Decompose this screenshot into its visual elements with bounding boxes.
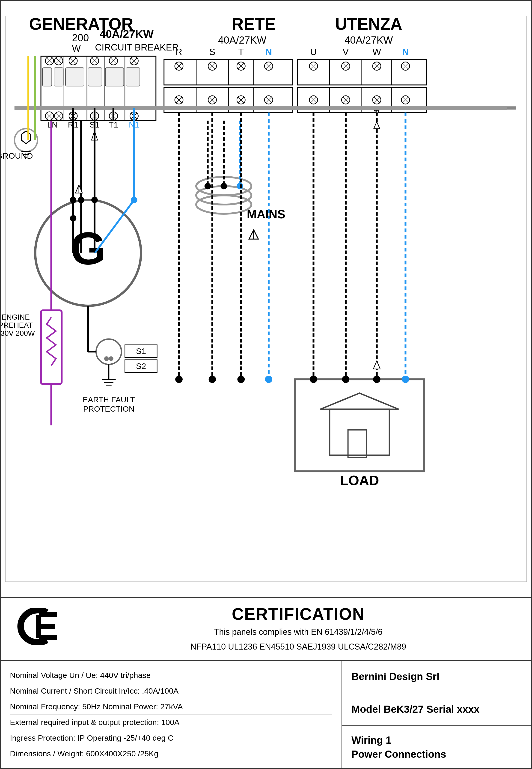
svg-point-200 bbox=[373, 376, 380, 383]
svg-text:W: W bbox=[372, 47, 381, 57]
svg-text:200: 200 bbox=[72, 32, 89, 43]
ce-mark bbox=[15, 608, 61, 650]
svg-marker-191 bbox=[374, 122, 380, 129]
certification-text: CERTIFICATION This panels complies with … bbox=[79, 605, 517, 653]
svg-text:40A/27KW: 40A/27KW bbox=[218, 34, 266, 46]
model-block: Model BeK3/27 Serial xxxx bbox=[342, 693, 531, 726]
ingress-info: Ingress Protection: IP Operating -25/+40… bbox=[10, 730, 332, 746]
svg-text:S2: S2 bbox=[136, 362, 146, 371]
svg-text:GROUND: GROUND bbox=[1, 151, 33, 160]
model-number: Model BeK3/27 Serial xxxx bbox=[351, 704, 479, 715]
svg-point-205 bbox=[109, 356, 113, 361]
protection-info: External required input & output protect… bbox=[10, 715, 332, 730]
svg-rect-218 bbox=[41, 310, 62, 384]
wiring-diagram: GENERATOR 200 40A/27KW W CIRCUIT BREAKER… bbox=[1, 1, 531, 597]
svg-text:RETE: RETE bbox=[232, 15, 276, 33]
svg-point-198 bbox=[310, 376, 317, 383]
svg-point-201 bbox=[402, 376, 409, 383]
svg-point-199 bbox=[342, 376, 349, 383]
svg-point-203 bbox=[96, 339, 122, 365]
svg-rect-37 bbox=[105, 68, 124, 86]
frequency-info: Nominal Frequency: 50Hz Nominal Power: 2… bbox=[10, 699, 332, 715]
company-name: Bernini Design Srl bbox=[351, 671, 439, 682]
svg-text:G: G bbox=[70, 223, 106, 274]
svg-text:LOAD: LOAD bbox=[340, 473, 379, 488]
svg-text:ENGINE: ENGINE bbox=[2, 313, 30, 321]
svg-text:S: S bbox=[209, 47, 215, 57]
svg-text:40A/27KW: 40A/27KW bbox=[345, 34, 393, 46]
svg-rect-34 bbox=[54, 68, 63, 86]
svg-text:PREHEAT: PREHEAT bbox=[1, 321, 33, 329]
svg-text:230V 200W: 230V 200W bbox=[1, 329, 35, 337]
svg-text:EARTH FAULT: EARTH FAULT bbox=[83, 395, 135, 404]
svg-text:PROTECTION: PROTECTION bbox=[83, 404, 134, 413]
svg-point-225 bbox=[209, 376, 216, 383]
svg-text:W: W bbox=[72, 43, 81, 53]
svg-point-224 bbox=[175, 376, 183, 383]
svg-point-227 bbox=[265, 376, 272, 383]
dimensions-info: Dimensions / Weight: 600X400X250 /25Kg bbox=[10, 746, 332, 761]
info-left: Nominal Voltage Un / Ue: 440V tri/phase … bbox=[1, 661, 342, 768]
current-info: Nominal Current / Short Circuit In/Icc: … bbox=[10, 683, 332, 699]
info-section: Nominal Voltage Un / Ue: 440V tri/phase … bbox=[1, 661, 531, 768]
svg-rect-38 bbox=[126, 68, 140, 86]
svg-text:MAINS: MAINS bbox=[247, 208, 285, 221]
svg-point-204 bbox=[104, 356, 109, 361]
svg-point-179 bbox=[237, 183, 243, 189]
svg-point-226 bbox=[237, 376, 245, 383]
cert-line2: NFPA110 UL1236 EN45510 SAEJ1939 ULCSA/C2… bbox=[79, 641, 517, 653]
svg-rect-10 bbox=[41, 56, 156, 121]
svg-point-139 bbox=[15, 129, 38, 152]
svg-text:40A/27KW: 40A/27KW bbox=[100, 28, 154, 40]
svg-text:LN: LN bbox=[47, 120, 58, 129]
cert-line1: This panels complies with EN 61439/1/2/4… bbox=[79, 626, 517, 638]
svg-text:T1: T1 bbox=[109, 120, 118, 129]
svg-point-177 bbox=[221, 183, 227, 189]
svg-text:S1: S1 bbox=[136, 347, 146, 356]
svg-rect-36 bbox=[88, 68, 102, 86]
svg-text:R: R bbox=[176, 47, 182, 57]
svg-text:N: N bbox=[402, 47, 409, 57]
svg-text:N: N bbox=[265, 47, 272, 57]
svg-point-175 bbox=[205, 183, 211, 189]
cert-title: CERTIFICATION bbox=[79, 605, 517, 624]
info-right: Bernini Design Srl Model BeK3/27 Serial … bbox=[342, 661, 531, 768]
wiring-label: Wiring 1 Power Connections bbox=[351, 733, 446, 761]
svg-text:UTENZA: UTENZA bbox=[335, 15, 402, 33]
svg-rect-35 bbox=[65, 68, 84, 86]
svg-text:T: T bbox=[238, 47, 244, 57]
svg-text:V: V bbox=[343, 47, 349, 57]
certification-section: CERTIFICATION This panels complies with … bbox=[1, 598, 531, 661]
company-block: Bernini Design Srl bbox=[342, 661, 531, 693]
svg-marker-228 bbox=[373, 361, 380, 369]
wiring-block: Wiring 1 Power Connections bbox=[342, 726, 531, 768]
svg-rect-33 bbox=[43, 68, 52, 86]
svg-text:CIRCUIT BREAKER: CIRCUIT BREAKER bbox=[95, 42, 179, 52]
svg-text:U: U bbox=[310, 47, 317, 57]
voltage-info: Nominal Voltage Un / Ue: 440V tri/phase bbox=[10, 668, 332, 683]
diagram-area: GENERATOR 200 40A/27KW W CIRCUIT BREAKER… bbox=[1, 1, 531, 598]
